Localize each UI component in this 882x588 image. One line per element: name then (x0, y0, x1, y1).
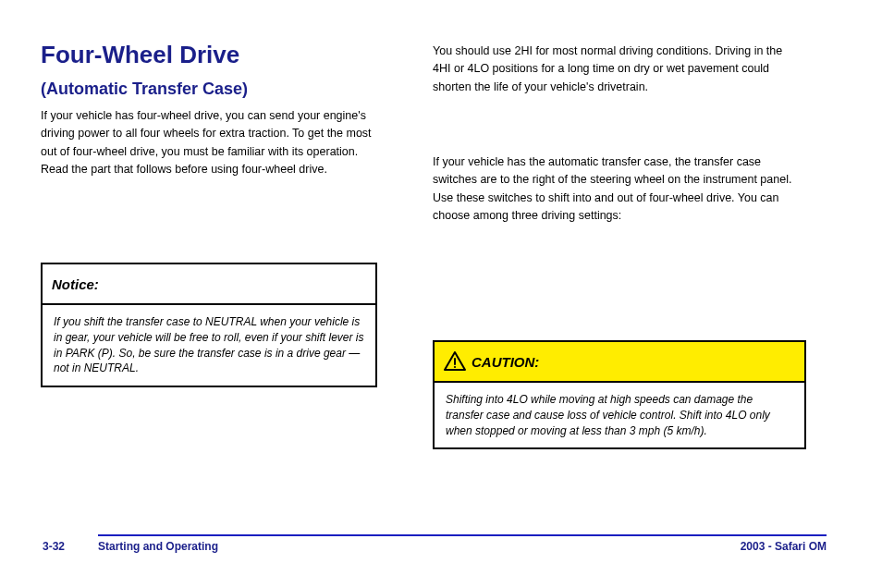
caution-header: CAUTION: (435, 342, 804, 383)
notice-body: If you shift the transfer case to NEUTRA… (43, 305, 375, 386)
paragraph-usage: You should use 2HI for most normal drivi… (433, 43, 801, 96)
section-title: Four-Wheel Drive (41, 41, 239, 69)
caution-body: Shifting into 4LO while moving at high s… (435, 383, 804, 447)
notice-header: Notice: (43, 264, 375, 305)
paragraph-intro: If your vehicle has four-wheel drive, yo… (41, 107, 383, 179)
footer-doc-title: 2003 - Safari OM (741, 540, 827, 553)
notice-box: Notice: If you shift the transfer case t… (41, 263, 377, 387)
paragraph-transfer-case: If your vehicle has the automatic transf… (433, 153, 801, 226)
notice-header-label: Notice: (52, 276, 99, 292)
section-subtitle: (Automatic Transfer Case) (41, 80, 248, 99)
footer-section-title: Starting and Operating (98, 540, 218, 553)
caution-header-label: CAUTION: (472, 354, 539, 370)
warning-triangle-icon (444, 351, 466, 372)
svg-point-1 (454, 366, 456, 368)
page-number: 3-32 (43, 540, 65, 553)
caution-box: CAUTION: Shifting into 4LO while moving … (433, 340, 806, 449)
page-footer: Starting and Operating 2003 - Safari OM (98, 534, 827, 553)
